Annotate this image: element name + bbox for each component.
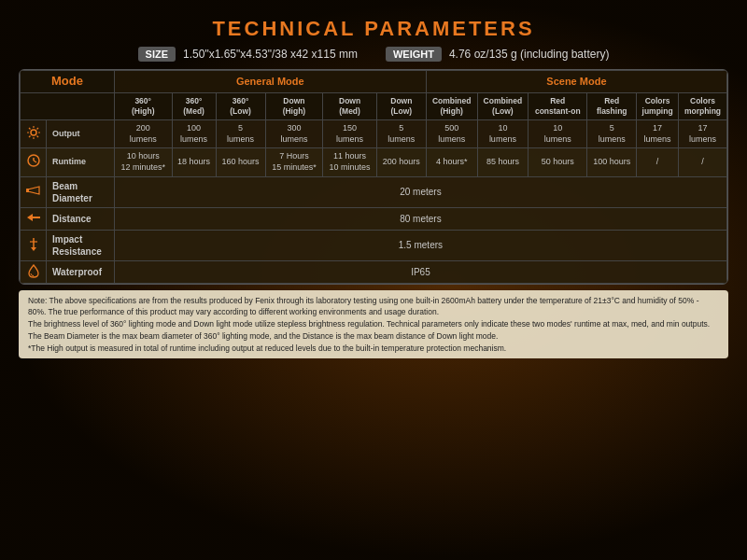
span-row-distance: Distance80 meters xyxy=(21,207,727,230)
arrow-icon xyxy=(21,207,47,230)
empty-col-header xyxy=(21,92,115,119)
note-line: The brightness level of 360° lighting mo… xyxy=(28,318,719,330)
page-title: TECHNICAL PARAMETERS xyxy=(19,9,728,47)
beam-icon xyxy=(21,176,47,207)
params-table: Mode General Mode Scene Mode 360° (High)… xyxy=(20,70,727,284)
col-header: 360° (High) xyxy=(114,92,172,119)
table-row: Runtime10 hours 12 minutes*18 hours160 h… xyxy=(21,148,727,176)
span-row-label: Distance xyxy=(47,207,115,230)
cell-r1-c9: 100 hours xyxy=(587,148,637,176)
cell-r1-c8: 50 hours xyxy=(529,148,587,176)
size-value: 1.50"x1.65"x4.53"/38 x42 x115 mm xyxy=(183,48,358,61)
size-badge: SIZE xyxy=(138,47,176,62)
span-row-beam-diameter: Beam Diameter20 meters xyxy=(21,176,727,207)
weight-badge: WEIGHT xyxy=(386,47,442,62)
note-line: *The High output is measured in total of… xyxy=(28,343,719,355)
note-line: The Beam Diameter is the max beam diamet… xyxy=(28,330,719,343)
general-mode-header: General Mode xyxy=(114,71,426,93)
cell-r0-c4: 150 lumens xyxy=(323,119,377,147)
svg-marker-15 xyxy=(31,247,36,251)
col-header: 360° (Med) xyxy=(172,92,216,119)
svg-line-6 xyxy=(36,135,38,137)
cell-r0-c7: 10 lumens xyxy=(477,119,529,147)
scene-mode-header: Scene Mode xyxy=(426,71,726,93)
cell-r0-c8: 10 lumens xyxy=(529,119,587,147)
col-header: Red constant-on xyxy=(529,92,587,119)
cell-r1-c1: 18 hours xyxy=(172,148,216,176)
span-row-label: Beam Diameter xyxy=(47,176,115,207)
row-label-output: Output xyxy=(47,119,115,147)
svg-line-5 xyxy=(29,128,31,130)
clock-icon xyxy=(21,148,47,176)
span-row-impact-resistance: Impact Resistance1.5 meters xyxy=(21,230,727,260)
svg-line-11 xyxy=(34,161,36,162)
water-icon xyxy=(21,260,47,283)
cell-r1-c2: 160 hours xyxy=(216,148,265,176)
col-header: Down (Med) xyxy=(323,92,377,119)
notes-box: Note: The above specifications are from … xyxy=(19,290,728,359)
col-header: Combined (High) xyxy=(426,92,477,119)
col-header: Colors morphing xyxy=(678,92,726,119)
cell-r0-c0: 200 lumens xyxy=(114,119,172,147)
table-row: Output200 lumens100 lumens5 lumens300 lu… xyxy=(21,119,727,147)
cell-r0-c11: 17 lumens xyxy=(678,119,726,147)
weight-spec: WEIGHT 4.76 oz/135 g (including battery) xyxy=(386,47,609,62)
mode-header: Mode xyxy=(21,71,115,93)
svg-marker-12 xyxy=(28,187,39,194)
specs-row: SIZE 1.50"x1.65"x4.53"/38 x42 x115 mm WE… xyxy=(19,47,728,62)
cell-r0-c1: 100 lumens xyxy=(172,119,216,147)
weight-value: 4.76 oz/135 g (including battery) xyxy=(449,48,609,61)
svg-line-8 xyxy=(29,135,31,137)
cell-r1-c10: / xyxy=(637,148,679,176)
svg-rect-13 xyxy=(26,189,29,192)
svg-marker-14 xyxy=(27,214,40,221)
svg-point-0 xyxy=(31,130,36,135)
cell-r0-c2: 5 lumens xyxy=(216,119,265,147)
cell-r1-c5: 200 hours xyxy=(376,148,426,176)
span-row-value: 80 meters xyxy=(114,207,726,230)
cell-r0-c3: 300 lumens xyxy=(265,119,323,147)
col-header: Colors jumping xyxy=(637,92,679,119)
span-row-label: Waterproof xyxy=(47,260,115,283)
col-header: Down (Low) xyxy=(376,92,426,119)
cell-r1-c7: 85 hours xyxy=(477,148,529,176)
note-line: Note: The above specifications are from … xyxy=(28,295,719,319)
drop-icon xyxy=(21,230,47,260)
cell-r0-c10: 17 lumens xyxy=(637,119,679,147)
span-row-label: Impact Resistance xyxy=(47,230,115,260)
col-header: Combined (Low) xyxy=(477,92,529,119)
col-header: 360° (Low) xyxy=(216,92,265,119)
span-row-value: 1.5 meters xyxy=(114,230,726,260)
cell-r1-c4: 11 hours 10 minutes xyxy=(323,148,377,176)
cell-r0-c5: 5 lumens xyxy=(376,119,426,147)
cell-r0-c6: 500 lumens xyxy=(426,119,477,147)
svg-line-7 xyxy=(36,128,38,130)
col-header: Down (High) xyxy=(265,92,323,119)
cell-r1-c0: 10 hours 12 minutes* xyxy=(114,148,172,176)
span-row-waterproof: WaterproofIP65 xyxy=(21,260,727,283)
col-header: Red flashing xyxy=(587,92,637,119)
span-row-value: 20 meters xyxy=(114,176,726,207)
main-table-container: Mode General Mode Scene Mode 360° (High)… xyxy=(19,69,728,285)
cell-r1-c11: / xyxy=(678,148,726,176)
span-row-value: IP65 xyxy=(114,260,726,283)
size-spec: SIZE 1.50"x1.65"x4.53"/38 x42 x115 mm xyxy=(138,47,358,62)
cell-r1-c3: 7 Hours 15 minutes* xyxy=(265,148,323,176)
cell-r1-c6: 4 hours* xyxy=(426,148,477,176)
row-label-runtime: Runtime xyxy=(47,148,115,176)
cell-r0-c9: 5 lumens xyxy=(587,119,637,147)
sun-icon xyxy=(21,119,47,147)
